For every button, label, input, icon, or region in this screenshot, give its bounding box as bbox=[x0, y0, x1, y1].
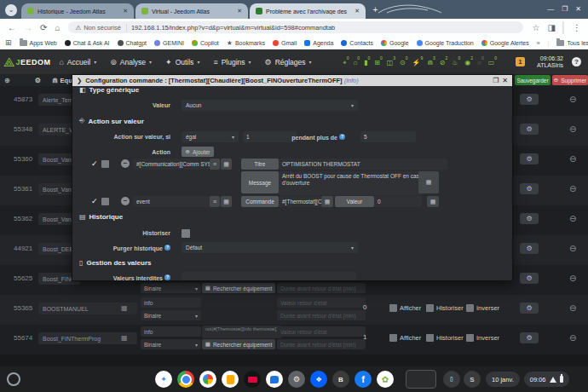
bookmark-bookmarks[interactable]: ★Bookmarks bbox=[227, 39, 265, 47]
close-tab-icon[interactable]: ✕ bbox=[123, 8, 128, 14]
commande-input[interactable]: #[Thermostat][Chau bbox=[279, 196, 326, 207]
bookmark-contacts[interactable]: Contacts bbox=[341, 40, 373, 46]
historiser-checkbox[interactable] bbox=[182, 229, 190, 238]
status-icon[interactable]: ⋒3 bbox=[427, 57, 435, 66]
bookmark-chatgpt[interactable]: Chatgpt bbox=[118, 40, 147, 46]
gear-config-button[interactable]: ⚙ bbox=[520, 183, 539, 194]
assistant-icon[interactable]: ✦ bbox=[155, 371, 172, 388]
bookmark-google[interactable]: Google bbox=[381, 40, 409, 46]
browser-menu-icon[interactable]: ⋮ bbox=[573, 23, 581, 32]
gear-config-button[interactable]: ⚙ bbox=[520, 94, 539, 105]
tray-app-icon[interactable]: S bbox=[464, 371, 481, 388]
apps-grid-icon[interactable]: ⊞ bbox=[5, 38, 12, 47]
maximize-modal-icon[interactable]: ❐ bbox=[493, 77, 499, 84]
invert-checkbox[interactable] bbox=[466, 304, 474, 312]
status-icon[interactable]: ⊘2 bbox=[440, 57, 447, 66]
gear-config-button[interactable]: ⚙ bbox=[520, 273, 539, 284]
bookmark-google-traduction[interactable]: Google Traduction bbox=[417, 40, 474, 46]
duration-before-return-input[interactable]: Durée avant retour d'état (min) bbox=[277, 310, 366, 320]
search-equipment-button[interactable]: ▦Rechercher équipement bbox=[202, 283, 275, 293]
action-target-input[interactable]: event bbox=[133, 196, 216, 207]
generic-type-select[interactable]: Aucun bbox=[182, 100, 358, 111]
grid-icon[interactable]: ▦ bbox=[221, 159, 232, 170]
status-icon[interactable]: ▮0 bbox=[364, 57, 370, 66]
home-icon[interactable]: ⌂ bbox=[55, 23, 60, 32]
settings-app-icon[interactable]: ⚙ bbox=[288, 371, 305, 388]
status-icon[interactable]: ♨0 bbox=[452, 57, 460, 66]
message-textarea[interactable]: Arrêt du BOOST pour cause de Thermostat … bbox=[279, 171, 423, 195]
forbidden-values-input[interactable] bbox=[182, 272, 356, 280]
status-icon[interactable]: ◉2 bbox=[464, 57, 473, 66]
log-checkbox[interactable] bbox=[426, 334, 434, 342]
gear-config-button[interactable]: ⚙ bbox=[520, 124, 539, 135]
menu-plugins[interactable]: ≡Plugins bbox=[213, 58, 251, 66]
bookmark-gmail[interactable]: Gmail bbox=[273, 40, 297, 46]
help-icon[interactable]: ? bbox=[572, 57, 581, 66]
duration-before-return-input[interactable]: Durée avant retour d'état (min) bbox=[277, 339, 366, 349]
status-icon[interactable]: ▭0 bbox=[488, 57, 497, 66]
update-count-badge[interactable]: 1 bbox=[516, 57, 525, 66]
subtype-select[interactable]: Binaire bbox=[141, 310, 201, 320]
status-icon[interactable]: ○0 bbox=[477, 57, 484, 66]
facebook-icon[interactable]: f bbox=[355, 371, 372, 388]
remove-row-icon[interactable]: ⊖ bbox=[569, 125, 576, 134]
remove-row-icon[interactable]: ⊖ bbox=[569, 334, 576, 343]
status-icon[interactable]: ⌂0 bbox=[353, 57, 360, 66]
launcher-icon[interactable] bbox=[7, 372, 20, 386]
search-equipment-button[interactable]: ▦Rechercher équipement bbox=[202, 339, 275, 349]
remove-action-icon[interactable]: − bbox=[121, 159, 130, 168]
action-target-input[interactable]: #[Communication][Comm SYSLOG] bbox=[133, 159, 216, 170]
menu-accueil[interactable]: ⌂Accueil bbox=[59, 58, 96, 66]
menu-outils[interactable]: ✦Outils bbox=[165, 58, 199, 66]
address-bar[interactable]: ⚠ Non sécurisé 192.168.1.15/index.php?v=… bbox=[68, 21, 523, 33]
bookmark-copilot[interactable]: Copilot bbox=[192, 40, 219, 46]
window-preview-tile[interactable] bbox=[406, 370, 436, 389]
dropbox-icon[interactable]: ❖ bbox=[310, 371, 327, 388]
valeur-input[interactable]: 0 bbox=[374, 196, 422, 207]
bookmark-chat-ask-ai[interactable]: Chat & Ask AI bbox=[65, 40, 110, 46]
action-enabled-checkbox[interactable]: ✓ bbox=[91, 198, 98, 205]
save-button[interactable]: Sauvegarder bbox=[515, 75, 551, 85]
restore-window-icon[interactable]: ❐ bbox=[562, 0, 568, 19]
duration-input[interactable]: 5 bbox=[360, 131, 416, 142]
bookmark-star-icon[interactable]: ☆ bbox=[532, 23, 539, 32]
b-app-icon[interactable]: B bbox=[332, 371, 349, 388]
titre-input[interactable]: OPTIMISATION THERMOSTAT bbox=[279, 159, 447, 170]
return-state-value-input[interactable]: Valeur retour d'état bbox=[277, 297, 366, 308]
remove-row-icon[interactable]: ⊖ bbox=[569, 304, 576, 313]
grid-icon[interactable]: ▦ bbox=[418, 171, 439, 193]
help-icon[interactable]: ? bbox=[339, 134, 345, 140]
gear-config-button[interactable]: ⚙ bbox=[520, 332, 539, 343]
calendar-date-button[interactable]: 10 janv. bbox=[486, 372, 520, 387]
phone-hub-icon[interactable]: ▯ bbox=[443, 371, 460, 388]
jeedom-logo[interactable]: ⟁ JEEDOM bbox=[3, 55, 50, 70]
remove-row-icon[interactable]: ⊖ bbox=[569, 155, 576, 164]
remove-row-icon[interactable]: ⊖ bbox=[569, 95, 576, 104]
display-checkbox[interactable] bbox=[389, 304, 397, 312]
log-checkbox[interactable] bbox=[426, 304, 434, 312]
chrome-icon[interactable] bbox=[177, 371, 194, 388]
bookmark-gemini[interactable]: GEMINI bbox=[154, 40, 184, 46]
remove-action-icon[interactable]: − bbox=[121, 197, 130, 205]
remove-row-icon[interactable]: ⊖ bbox=[569, 185, 576, 193]
list-icon[interactable]: ≡ bbox=[210, 159, 220, 170]
add-action-button[interactable]: ⊕Ajouter bbox=[182, 147, 214, 157]
grid-icon[interactable]: ▦ bbox=[221, 196, 232, 207]
bookmark-apps-web[interactable]: Apps Web bbox=[20, 40, 57, 46]
back-icon[interactable]: ← bbox=[8, 23, 16, 32]
grid-icon[interactable]: ▦ bbox=[321, 196, 333, 207]
help-icon[interactable]: ? bbox=[164, 245, 170, 251]
minimize-window-icon[interactable]: — bbox=[547, 0, 554, 19]
menu-analyse[interactable]: ⊚Analyse bbox=[110, 58, 152, 66]
operator-select[interactable]: égal bbox=[182, 131, 239, 142]
formula-textarea[interactable]: not(#[Thermostat][Info thermostat]) bbox=[202, 326, 282, 338]
status-tray[interactable]: 09:06 bbox=[524, 372, 569, 387]
invert-checkbox[interactable] bbox=[466, 334, 474, 342]
messages-icon[interactable] bbox=[266, 371, 283, 388]
display-checkbox[interactable] bbox=[389, 334, 397, 342]
tab-virtual[interactable]: Virtual - Jeedom Atlas ✕ bbox=[135, 3, 248, 19]
subtype-select[interactable]: Binaire bbox=[141, 339, 201, 349]
action-enabled-checkbox[interactable]: ✓ bbox=[91, 160, 98, 168]
help-icon[interactable]: ? bbox=[164, 274, 170, 280]
status-icon[interactable]: ⊞0 bbox=[374, 57, 382, 66]
